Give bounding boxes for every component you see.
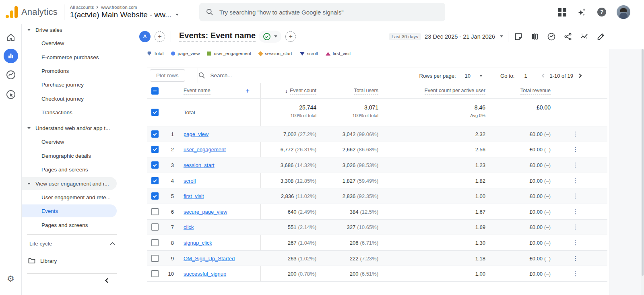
column-header-event-count-per-active-user[interactable]: Event count per active user bbox=[425, 87, 485, 94]
scrollbar-thumb[interactable] bbox=[642, 49, 644, 276]
row-menu-icon[interactable]: ⋮ bbox=[572, 270, 578, 277]
previous-page-icon[interactable] bbox=[541, 73, 545, 78]
sidebar-section-understand-traffic[interactable]: Understand web and/or app t... bbox=[22, 122, 135, 134]
row-menu-icon[interactable]: ⋮ bbox=[572, 192, 578, 200]
legend-item-user-engagement: user_engagement bbox=[207, 51, 251, 56]
row-checkbox[interactable] bbox=[151, 177, 159, 184]
edit-icon[interactable] bbox=[596, 31, 606, 42]
row-menu-icon[interactable]: ⋮ bbox=[572, 208, 578, 215]
sidebar-section-drive-sales[interactable]: Drive sales bbox=[22, 23, 135, 36]
row-menu-icon[interactable]: ⋮ bbox=[572, 239, 578, 246]
row-menu-icon[interactable]: ⋮ bbox=[572, 130, 578, 138]
goto-page-input[interactable] bbox=[524, 73, 532, 79]
date-range[interactable]: 23 Dec 2025 - 21 Jan 2026 bbox=[425, 33, 495, 40]
add-report-tab-icon[interactable]: + bbox=[285, 31, 296, 42]
sidebar-item-demographic-details[interactable]: Demographic details bbox=[22, 149, 135, 162]
analytics-logo-icon[interactable] bbox=[6, 6, 18, 18]
chevron-down-icon[interactable] bbox=[500, 35, 503, 37]
sidebar-item-pages-and-screens[interactable]: Pages and screens bbox=[22, 163, 135, 176]
sidebar-item-transactions[interactable]: Transactions bbox=[22, 106, 135, 119]
share-icon[interactable] bbox=[563, 31, 573, 42]
column-header-total-revenue[interactable]: Total revenue bbox=[520, 87, 551, 94]
sidebar-item-overview[interactable]: Overview bbox=[22, 37, 135, 50]
event-link[interactable]: page_view bbox=[184, 131, 208, 137]
comparison-icon[interactable] bbox=[530, 31, 540, 42]
property-selector[interactable]: 1(actvie) Main Website - ww... bbox=[70, 10, 171, 19]
select-all-checkbox[interactable] bbox=[151, 87, 159, 95]
reports-icon[interactable] bbox=[4, 49, 18, 63]
event-link[interactable]: first_visit bbox=[184, 193, 204, 199]
right-side-panel bbox=[609, 49, 644, 295]
vertical-scrollbar[interactable] bbox=[641, 49, 644, 295]
sidebar-item-events-selected[interactable]: Events bbox=[22, 204, 117, 217]
settings-gear-icon[interactable]: ⚙ bbox=[7, 274, 14, 283]
explore-icon[interactable] bbox=[6, 70, 16, 80]
global-search[interactable] bbox=[199, 3, 445, 21]
advertising-icon[interactable] bbox=[6, 89, 16, 100]
row-checkbox[interactable] bbox=[151, 270, 159, 277]
row-menu-icon[interactable]: ⋮ bbox=[572, 146, 578, 153]
legend-item-scroll: scroll bbox=[300, 51, 318, 56]
search-input[interactable] bbox=[219, 9, 429, 16]
row-checkbox[interactable] bbox=[151, 192, 159, 200]
rows-per-page-value[interactable]: 10 bbox=[465, 73, 471, 79]
sidebar-item-overview-2[interactable]: Overview bbox=[22, 135, 135, 148]
explore-link-icon[interactable] bbox=[546, 31, 557, 42]
event-link[interactable]: successful_signup bbox=[184, 271, 226, 277]
report-title[interactable]: Events: Event name bbox=[179, 31, 256, 42]
event-link[interactable]: session_start bbox=[184, 162, 215, 168]
event-link[interactable]: secure_page_view bbox=[184, 208, 227, 215]
sidebar-item-pages-and-screens-2[interactable]: Pages and screens bbox=[22, 219, 135, 231]
ai-sparkle-icon[interactable] bbox=[577, 7, 587, 17]
notes-icon[interactable] bbox=[513, 31, 524, 42]
chevron-down-icon[interactable] bbox=[479, 75, 483, 77]
event-link[interactable]: user_engagement bbox=[184, 146, 226, 153]
sidebar-item-ecommerce-purchases[interactable]: E-commerce purchases bbox=[22, 51, 135, 64]
event-link[interactable]: OM_Sign_Up_Started bbox=[184, 255, 235, 261]
sidebar-item-purchase-journey[interactable]: Purchase journey bbox=[22, 78, 135, 91]
circle-marker-icon bbox=[171, 52, 175, 56]
event-link[interactable]: click bbox=[184, 224, 194, 230]
saved-state-pill[interactable] bbox=[259, 31, 281, 43]
collapse-sidebar-icon[interactable] bbox=[101, 274, 113, 287]
sidebar-item-user-engagement-retention[interactable]: User engagement and rete... bbox=[22, 191, 135, 204]
next-page-icon[interactable] bbox=[578, 73, 582, 78]
collaborator-avatar[interactable]: A bbox=[139, 31, 151, 42]
sidebar-item-promotions[interactable]: Promotions bbox=[22, 64, 135, 77]
sidebar-item-checkout-journey[interactable]: Checkout journey bbox=[22, 92, 135, 105]
row-checkbox[interactable] bbox=[151, 223, 159, 231]
help-icon[interactable]: ? bbox=[597, 8, 606, 17]
row-menu-icon[interactable]: ⋮ bbox=[572, 177, 578, 184]
column-header-total-users[interactable]: Total users bbox=[354, 87, 378, 94]
breadcrumb-all-accounts[interactable]: All accounts bbox=[70, 5, 94, 10]
home-icon[interactable] bbox=[6, 33, 16, 42]
row-checkbox[interactable] bbox=[151, 239, 159, 246]
row-checkbox[interactable] bbox=[151, 208, 159, 215]
sidebar-section-view-user-engagement[interactable]: View user engagement and r... bbox=[22, 177, 117, 190]
event-link[interactable]: scroll bbox=[184, 177, 196, 184]
row-checkbox[interactable] bbox=[151, 161, 159, 169]
sidebar-item-library[interactable]: Library bbox=[22, 254, 135, 267]
add-collaborator-icon[interactable]: + bbox=[155, 31, 165, 42]
table-row: 3 session_start 3,686(14.32%) 3,026(98.5… bbox=[147, 157, 607, 173]
apps-grid-icon[interactable] bbox=[557, 7, 567, 17]
plot-rows-button[interactable]: Plot rows bbox=[150, 69, 185, 82]
add-dimension-icon[interactable]: + bbox=[246, 87, 250, 95]
sidebar-collection-life-cycle[interactable]: Life cycle bbox=[22, 237, 135, 250]
row-checkbox[interactable] bbox=[151, 146, 159, 153]
insights-icon[interactable] bbox=[579, 31, 590, 42]
total-row-checkbox[interactable] bbox=[151, 109, 159, 116]
row-menu-icon[interactable]: ⋮ bbox=[572, 223, 578, 231]
row-menu-icon[interactable]: ⋮ bbox=[572, 255, 578, 262]
event-link[interactable]: signup_click bbox=[184, 239, 212, 245]
row-menu-icon[interactable]: ⋮ bbox=[572, 161, 578, 169]
chevron-down-icon[interactable] bbox=[175, 14, 179, 16]
breadcrumb-site[interactable]: www.frooition.com bbox=[101, 5, 137, 10]
row-checkbox[interactable] bbox=[151, 255, 159, 262]
table-search-input[interactable] bbox=[211, 72, 267, 78]
column-header-event-name[interactable]: Event name bbox=[184, 87, 211, 94]
table-search[interactable] bbox=[198, 72, 267, 79]
user-avatar[interactable] bbox=[617, 5, 630, 19]
row-checkbox[interactable] bbox=[151, 130, 159, 138]
column-header-event-count[interactable]: ↓ Event count bbox=[285, 87, 316, 94]
